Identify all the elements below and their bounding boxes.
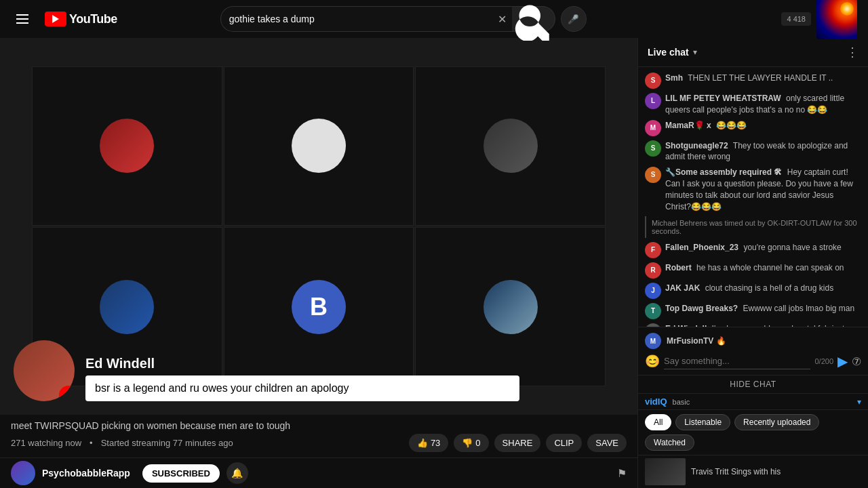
chat-input-row: 😊 0/200 ▶ ⑦ [645, 353, 861, 369]
stream-started: Started streaming 77 minutes ago [101, 438, 233, 448]
chat-text: 😂😂😂 [716, 121, 747, 130]
notification-bell-button[interactable]: 🔔 [226, 462, 248, 484]
hide-chat-button[interactable]: HIDE CHAT [638, 375, 868, 393]
search-input[interactable] [220, 6, 492, 32]
chat-message: Michael Behrens was timed out by OK-DIRT… [645, 216, 861, 238]
chat-avatar: J [645, 283, 661, 299]
chat-message: R Robert he has a whole channel he can s… [645, 262, 861, 279]
chat-content: Robert he has a whole channel he can spe… [665, 262, 861, 274]
live-chat-title: Live chat [648, 47, 689, 58]
chat-username: Robert [665, 263, 692, 272]
youtube-wordmark: YouTube [69, 12, 117, 26]
search-clear-button[interactable]: ✕ [492, 6, 512, 32]
overlay-text: Ed Windell [85, 356, 624, 401]
chat-username: MamaR🌹 x [665, 121, 711, 130]
suggested-row: Travis Tritt Sings with his [638, 455, 868, 488]
chat-messages: S Smh THEN LET THE LAWYER HANDLE IT .. L… [638, 67, 868, 327]
video-area: B Ed Windell meet TWIRPSQUAD picking on … [0, 38, 637, 488]
subscribe-button[interactable]: SUBSCRIBED [142, 464, 220, 483]
save-button[interactable]: SAVE [587, 434, 627, 452]
chat-message: T Top Dawg Breaks? Ewwww call jobs lmao … [645, 303, 861, 319]
chat-text: he has a whole channel he can speak on [696, 263, 844, 272]
youtube-member-badge [59, 386, 75, 401]
filter-button-recently-uploaded[interactable]: Recently uploaded [734, 414, 819, 430]
vidiq-tier: basic [673, 398, 690, 406]
chat-avatar: R [645, 262, 661, 279]
chat-username: Fallen_Phoenix_23 [665, 243, 738, 252]
participant-avatar-6 [484, 280, 538, 334]
chat-avatar: L [645, 93, 661, 109]
chat-username: Shotguneagle72 [665, 141, 728, 150]
chat-content: Top Dawg Breaks? Ewwww call jobs lmao bi… [665, 303, 861, 314]
streamer-avatar [14, 340, 75, 401]
chat-message: S 🔧Some assembly required 🛠 Hey captain … [645, 167, 861, 212]
chat-message: F Fallen_Phoenix_23 you're gonna have a … [645, 242, 861, 258]
chat-message: L LIL MF PETEY WHEATSTRAW only scared li… [645, 93, 861, 116]
emoji-button[interactable]: 😊 [645, 354, 660, 369]
grid-cell-3 [415, 66, 606, 226]
chat-input[interactable] [664, 353, 810, 369]
vidiq-expand-button[interactable]: ▾ [857, 397, 861, 407]
chat-avatar: S [645, 140, 661, 157]
video-player[interactable]: B Ed Windell [0, 38, 637, 415]
chat-chevron-icon[interactable]: ▾ [693, 47, 697, 57]
header-right: 4 418 [781, 0, 857, 39]
participant-avatar-4 [100, 280, 154, 334]
flag-button[interactable]: ⚑ [617, 467, 627, 480]
chat-content: 🔧Some assembly required 🛠 Hey captain cu… [665, 167, 861, 212]
clip-button[interactable]: CLIP [546, 434, 582, 452]
channel-name[interactable]: PsychobabbleRapp [42, 468, 130, 479]
chat-username-display: MrFusionTV 🔥 [667, 336, 726, 346]
filter-button-listenable[interactable]: Listenable [675, 414, 730, 430]
dislike-button[interactable]: 👎 0 [454, 434, 488, 452]
participant-avatar-3 [484, 119, 538, 173]
send-button[interactable]: ▶ [837, 353, 848, 369]
filter-button-all[interactable]: All [645, 414, 671, 430]
vidiq-logo: vidIQ [645, 396, 667, 407]
video-actions: 👍 73 👎 0 SHARE CLIP SAVE [409, 434, 627, 452]
live-indicator: 4 418 [781, 12, 811, 26]
header: YouTube ✕ 🎤 4 418 [0, 0, 868, 38]
chat-overlay: Ed Windell [14, 340, 624, 401]
chat-avatar: F [645, 242, 661, 258]
overlay-username: Ed Windell [85, 356, 624, 371]
chat-username: Smh [665, 73, 683, 83]
channel-row: PsychobabbleRapp SUBSCRIBED 🔔 ⚑ [0, 458, 637, 488]
search-button[interactable] [512, 6, 555, 32]
chat-avatar: S [645, 167, 661, 183]
chat-content: JAK JAK clout chasing is a hell of a dru… [665, 283, 861, 294]
grid-cell-1 [32, 66, 222, 226]
chat-username: JAK JAK [665, 283, 700, 293]
video-grid: B [32, 66, 606, 387]
chat-user-row: M MrFusionTV 🔥 [645, 333, 861, 349]
live-thumbnail[interactable] [816, 0, 857, 39]
chat-avatar: T [645, 303, 661, 319]
chat-content: Smh THEN LET THE LAWYER HANDLE IT .. [665, 73, 861, 84]
chat-options-button[interactable]: ⋮ [846, 45, 859, 60]
chat-content: Fallen_Phoenix_23 you're gonna have a st… [665, 242, 861, 253]
hamburger-menu[interactable] [11, 9, 34, 29]
suggested-thumbnail[interactable] [645, 458, 686, 485]
chat-text: Ewwww call jobs lmao big man [743, 304, 854, 313]
chat-panel: Live chat ▾ ⋮ S Smh THEN LET THE LAWYER … [637, 38, 868, 488]
filter-button-watched[interactable]: Watched [645, 434, 694, 451]
youtube-logo[interactable]: YouTube [45, 12, 117, 26]
suggested-title: Travis Tritt Sings with his [691, 467, 781, 476]
chat-message: S Smh THEN LET THE LAWYER HANDLE IT .. [645, 73, 861, 89]
mic-button[interactable]: 🎤 [561, 6, 587, 32]
like-button[interactable]: 👍 73 [409, 434, 448, 452]
chat-text: THEN LET THE LAWYER HANDLE IT .. [688, 73, 833, 83]
chat-input-area: M MrFusionTV 🔥 😊 0/200 ▶ ⑦ [638, 327, 868, 375]
grid-cell-2 [224, 66, 414, 226]
view-count: 271 watching now [11, 438, 81, 448]
channel-avatar[interactable] [11, 461, 35, 485]
chat-username: Top Dawg Breaks? [665, 304, 738, 313]
chat-message: S Shotguneagle72 They too weak to apolog… [645, 140, 861, 163]
chat-text: clout chasing is a hell of a drug kids [705, 283, 833, 293]
chat-username: LIL MF PETEY WHEATSTRAW [665, 94, 781, 103]
overlay-message-input[interactable] [85, 375, 519, 401]
share-button[interactable]: SHARE [494, 434, 541, 452]
filter-bar: AllListenableRecently uploadedWatched [638, 409, 868, 455]
super-chat-button[interactable]: ⑦ [852, 355, 861, 368]
chat-avatar: M [645, 120, 661, 136]
